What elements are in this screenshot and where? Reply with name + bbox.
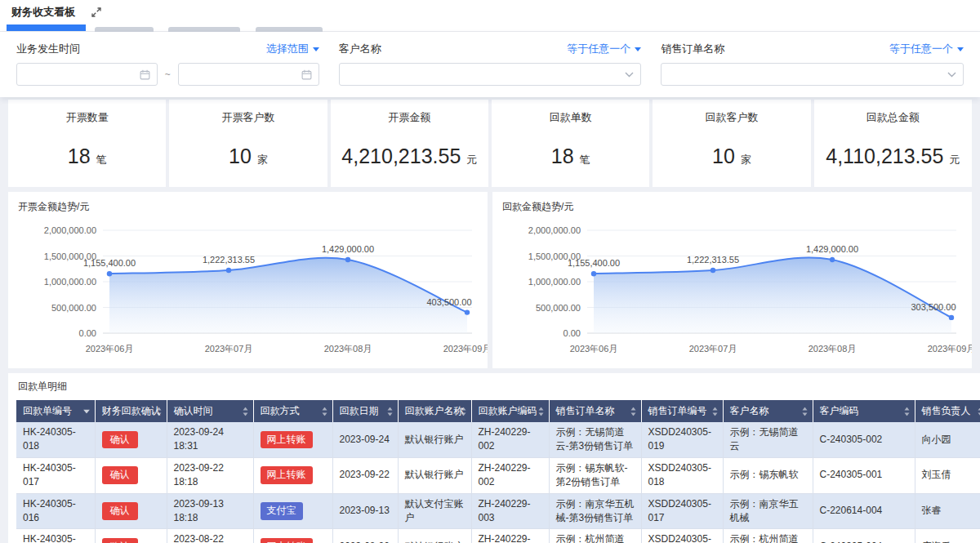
stat-label: 回款总金额 — [866, 110, 920, 125]
fullscreen-expand-icon[interactable] — [91, 7, 101, 17]
sort-icon[interactable] — [712, 407, 718, 416]
customer-select[interactable] — [339, 63, 642, 86]
sort-icon[interactable] — [978, 407, 980, 416]
column-header[interactable]: 销售负责人 — [915, 400, 980, 422]
stat-value: 18笔 — [551, 145, 590, 168]
confirm-button[interactable]: 确认 — [102, 538, 138, 543]
svg-text:403,500.00: 403,500.00 — [426, 297, 471, 307]
filter-operator-dropdown[interactable]: 等于任意一个 — [889, 42, 964, 56]
column-header[interactable]: 客户编码 — [813, 400, 915, 422]
stat-value: 10家 — [712, 145, 751, 168]
column-header[interactable]: 财务回款确认 — [95, 400, 167, 422]
chevron-down-icon — [625, 72, 634, 78]
column-header-label: 回款单编号 — [23, 405, 72, 416]
payment-id-cell: HK-240305-016 — [16, 493, 95, 529]
stat-value: 10家 — [229, 145, 268, 168]
sort-icon[interactable] — [802, 407, 808, 416]
payment-date-cell: 2023-09-13 — [332, 493, 398, 529]
order-name-cell: 示例：无锡简道云-第3份销售订单 — [549, 422, 641, 457]
svg-text:1,429,000.00: 1,429,000.00 — [322, 244, 374, 254]
sales-order-select[interactable] — [661, 63, 964, 86]
table-row[interactable]: HK-240305-016确认2023-09-13 18:18支付宝2023-0… — [16, 493, 980, 529]
payment-trend-chart: 0.00500,000.001,000,000.001,500,000.002,… — [502, 219, 963, 364]
customer-code-cell: C-240305-002 — [813, 422, 915, 457]
column-header[interactable]: 回款账户编码 — [471, 400, 549, 422]
table-row[interactable]: HK-240305-017确认2023-09-22 18:18网上转账2023-… — [16, 457, 980, 493]
column-header[interactable]: 确认时间 — [167, 400, 253, 422]
customer-code-cell: C-220614-004 — [813, 493, 915, 529]
filter-operator-dropdown[interactable]: 等于任意一个 — [567, 42, 641, 56]
account-code-cell: ZH-240229-003 — [471, 493, 549, 529]
caret-down-icon[interactable] — [83, 409, 90, 413]
svg-text:2023年07月: 2023年07月 — [205, 344, 253, 354]
payment-table: 回款单编号财务回款确认确认时间回款方式回款日期回款账户名称回款账户编码销售订单名… — [16, 400, 980, 543]
payment-method-badge: 网上转账 — [261, 538, 313, 543]
end-date-input[interactable] — [178, 63, 319, 86]
payment-id-cell: HK-240305-018 — [16, 422, 95, 457]
filter-operator-dropdown[interactable]: 选择范围 — [266, 42, 319, 56]
sort-icon[interactable] — [461, 407, 466, 416]
chevron-down-icon — [947, 72, 956, 78]
svg-text:303,500.00: 303,500.00 — [911, 302, 956, 312]
column-header[interactable]: 销售订单编号 — [641, 400, 723, 422]
tab-strip — [0, 24, 980, 32]
sort-icon[interactable] — [387, 407, 393, 416]
confirm-button[interactable]: 确认 — [102, 502, 138, 519]
sales-owner-cell: 庄海乔 — [915, 529, 980, 543]
table-row[interactable]: HK-240305-015确认2023-08-22 18:17网上转账2023-… — [16, 529, 980, 543]
tab-financial-dashboard[interactable]: 财务收支看板 — [11, 5, 75, 20]
column-header[interactable]: 销售订单名称 — [549, 400, 641, 422]
svg-text:2023年07月: 2023年07月 — [689, 344, 737, 354]
sort-icon[interactable] — [904, 407, 910, 416]
column-header-label: 销售订单编号 — [648, 405, 707, 416]
column-header[interactable]: 回款方式 — [253, 400, 332, 422]
sales-owner-cell: 刘玉倩 — [915, 457, 980, 493]
caret-down-icon — [313, 47, 319, 51]
chart-title: 回款金额趋势/元 — [502, 200, 962, 214]
sort-icon[interactable] — [538, 407, 544, 416]
column-header[interactable]: 回款单编号 — [16, 400, 95, 422]
sort-icon[interactable] — [322, 407, 327, 416]
payment-method-badge: 网上转账 — [261, 466, 313, 483]
sort-icon[interactable] — [156, 407, 162, 416]
svg-text:1,429,000.00: 1,429,000.00 — [806, 244, 858, 254]
table-scroll-area[interactable]: 回款单编号财务回款确认确认时间回款方式回款日期回款账户名称回款账户编码销售订单名… — [16, 400, 980, 543]
filter-panel: 业务发生时间 选择范围 ~ — [0, 32, 980, 97]
column-header-label: 客户编码 — [820, 405, 859, 416]
payment-method-cell: 支付宝 — [253, 493, 332, 529]
table-row[interactable]: HK-240305-018确认2023-09-24 18:31网上转账2023-… — [16, 422, 980, 457]
column-header[interactable]: 回款账户名称 — [398, 400, 471, 422]
confirm-cell: 确认 — [95, 422, 167, 457]
account-name-cell: 默认支付宝账户 — [398, 493, 471, 529]
confirm-cell: 确认 — [95, 529, 167, 543]
customer-code-cell: C-240305-001 — [813, 457, 915, 493]
stat-card: 回款客户数10家 — [653, 100, 810, 187]
svg-text:1,000,000.00: 1,000,000.00 — [528, 277, 581, 287]
chart-title: 开票金额趋势/元 — [18, 200, 478, 214]
sort-icon[interactable] — [243, 407, 248, 416]
payment-id-cell: HK-240305-017 — [16, 457, 95, 493]
svg-text:0.00: 0.00 — [79, 328, 96, 338]
order-name-cell: 示例：锡东帆软-第2份销售订单 — [549, 457, 641, 493]
account-code-cell: ZH-240229-002 — [471, 457, 549, 493]
calendar-icon — [301, 69, 312, 80]
start-date-input[interactable] — [16, 63, 158, 86]
confirm-button[interactable]: 确认 — [102, 431, 138, 448]
customer-name-cell: 示例：无锡简道云 — [723, 422, 813, 457]
column-header-label: 确认时间 — [174, 405, 213, 416]
table-title: 回款单明细 — [16, 380, 980, 394]
caret-down-icon — [635, 47, 641, 51]
date-range-separator: ~ — [165, 69, 171, 80]
payment-method-badge: 网上转账 — [261, 431, 313, 448]
payment-method-cell: 网上转账 — [253, 529, 332, 543]
payment-date-cell: 2023-08-22 — [332, 529, 398, 543]
order-name-cell: 示例：杭州简道云-第2份销售订单 — [549, 529, 641, 543]
sales-owner-cell: 张睿 — [915, 493, 980, 529]
svg-text:2023年08月: 2023年08月 — [808, 344, 857, 354]
filter-group-sales-order: 销售订单名称 等于任意一个 — [661, 42, 964, 86]
confirm-button[interactable]: 确认 — [102, 466, 138, 483]
column-header[interactable]: 回款日期 — [332, 400, 398, 422]
stat-label: 开票客户数 — [221, 110, 274, 125]
column-header[interactable]: 客户名称 — [723, 400, 813, 422]
sort-icon[interactable] — [630, 407, 636, 416]
